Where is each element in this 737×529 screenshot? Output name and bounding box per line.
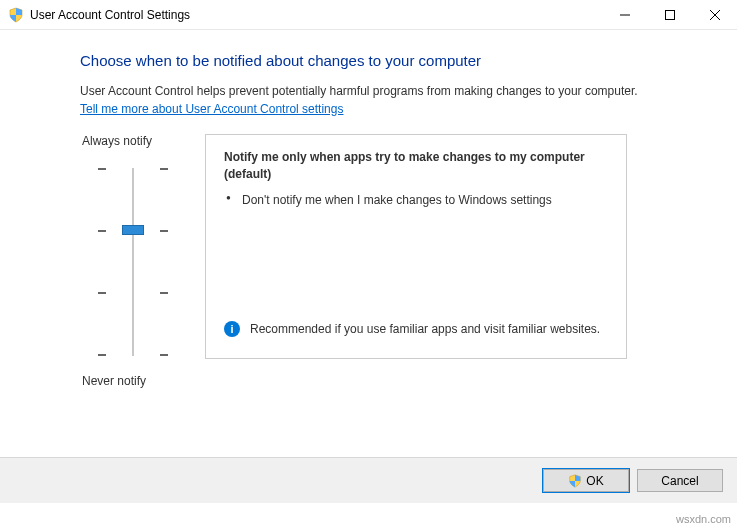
help-link[interactable]: Tell me more about User Account Control … <box>80 102 343 116</box>
info-icon: i <box>224 321 240 337</box>
slider-label-bottom: Never notify <box>80 374 205 388</box>
minimize-button[interactable] <box>602 0 647 30</box>
page-description: User Account Control helps prevent poten… <box>80 83 683 100</box>
maximize-button[interactable] <box>647 0 692 30</box>
notification-slider[interactable] <box>98 162 168 362</box>
close-button[interactable] <box>692 0 737 30</box>
info-title: Notify me only when apps try to make cha… <box>224 149 608 183</box>
titlebar: User Account Control Settings <box>0 0 737 30</box>
ok-button-label: OK <box>586 474 603 488</box>
notification-info-box: Notify me only when apps try to make cha… <box>205 134 627 359</box>
slider-track-line <box>132 168 134 356</box>
uac-shield-icon <box>568 474 582 488</box>
svg-rect-0 <box>665 10 674 19</box>
slider-column: Always notify Never notify <box>80 134 205 388</box>
cancel-button-label: Cancel <box>661 474 698 488</box>
dialog-footer: OK Cancel <box>0 457 737 503</box>
page-heading: Choose when to be notified about changes… <box>80 52 683 69</box>
info-bullet: Don't notify me when I make changes to W… <box>242 192 608 209</box>
recommendation-row: i Recommended if you use familiar apps a… <box>224 321 608 338</box>
slider-thumb[interactable] <box>122 225 144 235</box>
slider-label-top: Always notify <box>80 134 205 148</box>
ok-button[interactable]: OK <box>543 469 629 492</box>
slider-tick <box>98 292 168 294</box>
watermark: wsxdn.com <box>676 513 731 525</box>
window-title: User Account Control Settings <box>30 8 602 22</box>
slider-tick <box>98 354 168 356</box>
cancel-button[interactable]: Cancel <box>637 469 723 492</box>
recommendation-text: Recommended if you use familiar apps and… <box>250 321 600 338</box>
slider-tick <box>98 168 168 170</box>
content-area: Choose when to be notified about changes… <box>0 30 737 388</box>
uac-shield-icon <box>8 7 24 23</box>
